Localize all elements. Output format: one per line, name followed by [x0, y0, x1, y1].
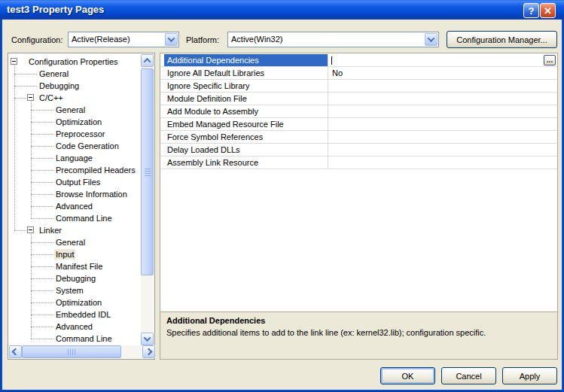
tree-item-precompiled-headers-9[interactable]: Precompiled Headers [8, 164, 141, 176]
tree-item-label[interactable]: Configuration Properties [27, 56, 120, 67]
ellipsis-button[interactable]: ... [544, 55, 556, 65]
tree-item-browse-information-11[interactable]: Browse Information [8, 188, 141, 200]
property-value[interactable] [328, 144, 557, 156]
tree-item-label[interactable]: Input [54, 249, 75, 260]
scroll-right-icon[interactable] [142, 345, 155, 358]
tree-item-optimization-20[interactable]: Optimization [8, 296, 141, 308]
property-row-embed-managed-resource-file[interactable]: Embed Managed Resource File [160, 118, 557, 131]
help-icon[interactable]: ? [523, 3, 539, 18]
property-row-delay-loaded-dlls[interactable]: Delay Loaded DLLs [160, 144, 557, 156]
tree-collapse-icon[interactable] [27, 226, 34, 233]
property-value[interactable]: No [328, 67, 557, 79]
tree-item-advanced-12[interactable]: Advanced [8, 200, 141, 212]
property-value[interactable] [328, 105, 557, 117]
tree-item-c-c-3[interactable]: C/C++ [8, 92, 141, 104]
tree-item-label[interactable]: Optimization [54, 297, 103, 308]
tree-item-label[interactable]: Language [54, 153, 94, 163]
cancel-button[interactable]: Cancel [441, 367, 496, 384]
tree-item-label[interactable]: C/C++ [38, 93, 65, 103]
property-value[interactable] [328, 80, 557, 92]
vertical-scroll-thumb[interactable] [141, 68, 154, 275]
tree-item-system-19[interactable]: System [8, 284, 141, 296]
tree-item-label[interactable]: Optimization [54, 117, 103, 127]
tree-item-language-8[interactable]: Language [8, 152, 141, 164]
property-name[interactable]: Module Definition File [164, 93, 328, 105]
configuration-combobox[interactable]: Active(Release) [68, 32, 179, 47]
tree-item-label[interactable]: Output Files [54, 177, 102, 187]
tree-item-embedded-idl-21[interactable]: Embedded IDL [8, 308, 141, 321]
tree-item-label[interactable]: Embedded IDL [54, 309, 112, 320]
title-bar[interactable]: test3 Property Pages ? ✕ [0, 0, 564, 20]
horizontal-scroll-thumb[interactable] [22, 345, 121, 358]
tree-item-label[interactable]: Debugging [54, 273, 97, 284]
tree-item-command-line-23[interactable]: Command Line [8, 333, 141, 344]
tree-item-label[interactable]: General [54, 237, 87, 248]
property-name[interactable]: Additional Dependencies [164, 54, 328, 66]
property-row-force-symbol-references[interactable]: Force Symbol References [160, 131, 557, 144]
property-value[interactable] [328, 131, 557, 143]
property-row-module-definition-file[interactable]: Module Definition File [160, 93, 557, 105]
property-name[interactable]: Embed Managed Resource File [164, 118, 328, 130]
tree-item-debugging-18[interactable]: Debugging [8, 272, 141, 284]
property-name[interactable]: Force Symbol References [164, 131, 328, 143]
property-value[interactable] [328, 156, 557, 169]
property-row-ignore-specific-library[interactable]: Ignore Specific Library [160, 80, 557, 93]
property-name[interactable]: Assembly Link Resource [164, 156, 328, 169]
scroll-left-icon[interactable] [9, 345, 22, 358]
close-icon[interactable]: ✕ [540, 3, 556, 18]
tree-collapse-icon[interactable] [27, 94, 34, 101]
tree-horizontal-scrollbar[interactable] [9, 345, 155, 358]
property-row-additional-dependencies[interactable]: Additional Dependencies [160, 54, 557, 67]
tree-item-label[interactable]: Advanced [54, 321, 94, 332]
tree-item-label[interactable]: General [38, 68, 70, 79]
tree-item-label[interactable]: Preprocessor [54, 129, 106, 139]
tree-item-label[interactable]: General [54, 105, 87, 115]
configuration-manager-button[interactable]: Configuration Manager... [447, 31, 557, 48]
tree-collapse-icon[interactable] [11, 58, 17, 65]
apply-button[interactable]: Apply [502, 367, 557, 384]
chevron-down-icon[interactable] [165, 33, 178, 46]
tree-item-label[interactable]: Command Line [54, 333, 114, 344]
tree-vertical-scrollbar[interactable] [141, 54, 154, 345]
tree-item-label[interactable]: Debugging [38, 81, 81, 91]
tree-item-preprocessor-6[interactable]: Preprocessor [8, 128, 141, 140]
tree-item-code-generation-7[interactable]: Code Generation [8, 140, 141, 152]
property-name[interactable]: Add Module to Assembly [164, 105, 328, 117]
tree-item-optimization-5[interactable]: Optimization [8, 116, 141, 128]
tree-item-manifest-file-17[interactable]: Manifest File [8, 260, 141, 272]
tree-item-general-4[interactable]: General [8, 104, 141, 116]
chevron-down-icon[interactable] [425, 33, 437, 46]
tree-item-advanced-22[interactable]: Advanced [8, 321, 141, 333]
property-value[interactable] [328, 54, 557, 66]
property-row-assembly-link-resource[interactable]: Assembly Link Resource [160, 156, 557, 169]
tree-item-label[interactable]: Advanced [54, 201, 94, 211]
property-row-ignore-all-default-libraries[interactable]: Ignore All Default LibrariesNo [160, 67, 557, 80]
tree-item-debugging-2[interactable]: Debugging [8, 80, 141, 92]
property-value[interactable] [328, 118, 557, 130]
tree-item-label[interactable]: Precompiled Headers [54, 165, 137, 175]
tree-item-label[interactable]: Code Generation [54, 141, 120, 151]
property-name[interactable]: Ignore Specific Library [164, 80, 328, 92]
tree-item-general-1[interactable]: General [8, 68, 141, 80]
platform-combobox-value: Active(Win32) [231, 35, 282, 44]
tree-item-output-files-10[interactable]: Output Files [8, 176, 141, 188]
tree-item-label[interactable]: Linker [38, 225, 63, 236]
property-value[interactable] [328, 93, 557, 105]
property-row-add-module-to-assembly[interactable]: Add Module to Assembly [160, 105, 557, 118]
property-name[interactable]: Delay Loaded DLLs [164, 144, 328, 156]
tree-item-command-line-13[interactable]: Command Line [8, 212, 141, 224]
configuration-label: Configuration: [11, 35, 63, 44]
tree-item-input-16[interactable]: Input [8, 248, 141, 260]
scroll-down-icon[interactable] [141, 333, 154, 345]
platform-combobox[interactable]: Active(Win32) [227, 32, 439, 47]
tree-item-label[interactable]: Command Line [54, 213, 114, 223]
tree-item-label[interactable]: Browse Information [54, 189, 129, 199]
tree-item-configuration-properties-0[interactable]: Configuration Properties [8, 56, 141, 68]
ok-button[interactable]: OK [380, 367, 435, 384]
tree-item-label[interactable]: System [54, 285, 85, 296]
scroll-up-icon[interactable] [141, 54, 154, 67]
tree-item-label[interactable]: Manifest File [54, 261, 104, 272]
tree-item-general-15[interactable]: General [8, 236, 141, 248]
property-name[interactable]: Ignore All Default Libraries [164, 67, 328, 79]
tree-item-linker-14[interactable]: Linker [8, 224, 141, 236]
